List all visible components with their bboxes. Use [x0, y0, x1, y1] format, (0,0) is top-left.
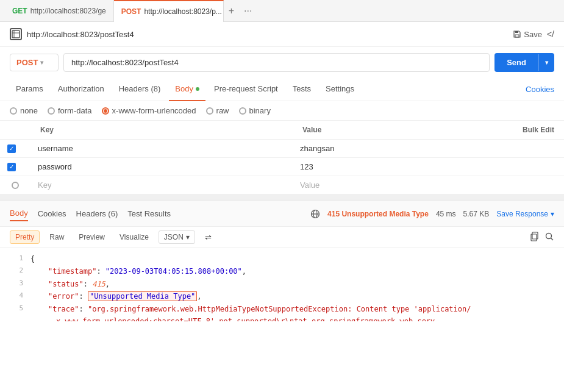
- row3-checkbox-cell: [0, 176, 30, 194]
- radio-urlencoded[interactable]: [102, 107, 109, 115]
- format-visualize[interactable]: Visualize: [115, 231, 154, 243]
- row2-checkbox-cell: ✓: [0, 158, 30, 176]
- svg-point-10: [546, 233, 552, 238]
- format-type-select[interactable]: JSON ▾: [159, 230, 195, 244]
- request-tabs: Params Authorization Headers (8) Body Pr…: [0, 78, 564, 101]
- row2-checkbox[interactable]: ✓: [7, 163, 16, 171]
- table-row: ✓ password 123: [0, 158, 564, 176]
- resp-tab-test-results[interactable]: Test Results: [127, 207, 171, 221]
- method-url-row: POST ▾ Send ▾: [0, 47, 564, 78]
- json-key-error: "error": [48, 292, 79, 301]
- search-button[interactable]: [544, 232, 554, 243]
- code-button[interactable]: </: [547, 29, 554, 39]
- form-params-table: Key Value Bulk Edit ✓ username zhangsan …: [0, 121, 564, 194]
- method-label: POST: [16, 58, 38, 67]
- body-type-raw[interactable]: raw: [206, 106, 229, 115]
- tab-pre-request[interactable]: Pre-request Script: [208, 78, 284, 101]
- body-type-binary[interactable]: binary: [239, 106, 271, 115]
- col-checkbox: [0, 121, 30, 140]
- tab-headers[interactable]: Headers (8): [113, 78, 167, 101]
- format-raw[interactable]: Raw: [45, 231, 69, 243]
- json-line-5b: x-www-form-urlencoded;charset=UTF-8' not…: [0, 315, 564, 321]
- tab-add-button[interactable]: +: [224, 5, 239, 16]
- cookies-link[interactable]: Cookies: [526, 85, 554, 94]
- wrap-icon-btn[interactable]: ⇌: [205, 233, 212, 242]
- json-key-status: "status": [48, 280, 84, 288]
- format-bar: Pretty Raw Preview Visualize JSON ▾ ⇌: [0, 227, 564, 248]
- tab-get-method: GET: [12, 7, 27, 15]
- svg-rect-0: [12, 30, 20, 38]
- resp-tab-cookies[interactable]: Cookies: [38, 207, 66, 221]
- tab-body[interactable]: Body: [169, 78, 205, 101]
- row2-value[interactable]: 123: [293, 158, 426, 176]
- tab-more-button[interactable]: ···: [239, 5, 257, 16]
- save-response-button[interactable]: Save Response ▾: [496, 210, 554, 218]
- tab-params[interactable]: Params: [10, 78, 49, 101]
- tab-post-url: http://localhost:8023/p...: [144, 7, 221, 16]
- tab-settings[interactable]: Settings: [319, 78, 360, 101]
- method-select[interactable]: POST ▾: [10, 54, 59, 71]
- json-val-error: "Unsupported Media Type": [88, 291, 197, 301]
- tab-authorization[interactable]: Authorization: [52, 78, 110, 101]
- json-output[interactable]: 1 { 2 "timestamp": "2023-09-03T04:05:15.…: [0, 248, 564, 321]
- body-type-formdata[interactable]: form-data: [48, 106, 92, 115]
- row2-key[interactable]: password: [30, 158, 293, 176]
- tab-post[interactable]: POST http://localhost:8023/p...: [114, 0, 224, 22]
- radio-formdata[interactable]: [48, 107, 55, 115]
- resp-time: 45 ms: [436, 210, 456, 218]
- radio-none[interactable]: [10, 107, 17, 115]
- tab-tests[interactable]: Tests: [287, 78, 317, 101]
- json-key-trace: "trace": [48, 305, 79, 313]
- copy-button[interactable]: [530, 232, 540, 243]
- body-type-selector: none form-data x-www-form-urlencoded raw…: [0, 101, 564, 121]
- radio-raw[interactable]: [206, 107, 213, 115]
- row2-actions: [426, 158, 564, 176]
- format-pretty[interactable]: Pretty: [10, 230, 40, 244]
- line-num-3: 3: [5, 278, 23, 290]
- body-type-urlencoded-label: x-www-form-urlencoded: [112, 106, 196, 115]
- body-type-none[interactable]: none: [10, 106, 38, 115]
- svg-rect-8: [532, 232, 538, 239]
- send-arrow-icon[interactable]: ▾: [538, 54, 554, 71]
- row1-checkbox-cell: ✓: [0, 140, 30, 158]
- method-arrow-icon: ▾: [40, 59, 43, 66]
- url-bar: http://localhost:8023/postTest4 Save </: [0, 22, 564, 47]
- line-num-4: 4: [5, 290, 23, 302]
- tab-post-method: POST: [121, 7, 141, 16]
- row3-actions: [426, 176, 564, 194]
- line-content-1: {: [30, 253, 35, 265]
- format-preview[interactable]: Preview: [74, 231, 110, 243]
- json-val-trace: "org.springframework.web.HttpMediaTypeNo…: [88, 305, 471, 313]
- url-input[interactable]: [63, 53, 490, 72]
- radio-binary[interactable]: [239, 107, 246, 115]
- resp-tab-body[interactable]: Body: [10, 206, 28, 221]
- save-response-arrow[interactable]: ▾: [551, 210, 554, 218]
- json-line-4: 4 "error": "Unsupported Media Type",: [0, 290, 564, 302]
- row1-key[interactable]: username: [30, 140, 293, 158]
- row3-checkbox[interactable]: [12, 182, 19, 189]
- send-button[interactable]: Send ▾: [494, 53, 554, 72]
- svg-rect-9: [531, 234, 537, 241]
- resp-size: 5.67 KB: [463, 210, 490, 218]
- save-button[interactable]: Save: [513, 30, 542, 39]
- resp-status-code: 415 Unsupported Media Type: [327, 210, 429, 218]
- tab-get[interactable]: GET http://localhost:8023/ge: [5, 0, 114, 22]
- url-actions: Save </: [513, 29, 554, 39]
- body-type-binary-label: binary: [249, 106, 271, 115]
- row1-checkbox[interactable]: ✓: [7, 144, 16, 153]
- json-line-5: 5 "trace": "org.springframework.web.Http…: [0, 303, 564, 315]
- body-type-formdata-label: form-data: [58, 106, 92, 115]
- col-bulk-edit[interactable]: Bulk Edit: [426, 121, 564, 140]
- line-num-2: 2: [5, 265, 23, 277]
- json-val-timestamp: "2023-09-03T04:05:15.808+00:00": [105, 267, 242, 276]
- row3-value[interactable]: Value: [293, 176, 426, 194]
- json-line-2: 2 "timestamp": "2023-09-03T04:05:15.808+…: [0, 265, 564, 277]
- resp-tab-headers[interactable]: Headers (6): [76, 207, 118, 221]
- row1-value[interactable]: zhangsan: [293, 140, 426, 158]
- save-response-label: Save Response: [496, 210, 548, 218]
- json-line-1: 1 {: [0, 253, 564, 265]
- json-val-trace-continued: x-www-form-urlencoded;charset=UTF-8' not…: [30, 315, 448, 321]
- body-type-urlencoded[interactable]: x-www-form-urlencoded: [102, 106, 196, 115]
- row3-key[interactable]: Key: [30, 176, 293, 194]
- response-header: Body Cookies Headers (6) Test Results 41…: [0, 199, 564, 227]
